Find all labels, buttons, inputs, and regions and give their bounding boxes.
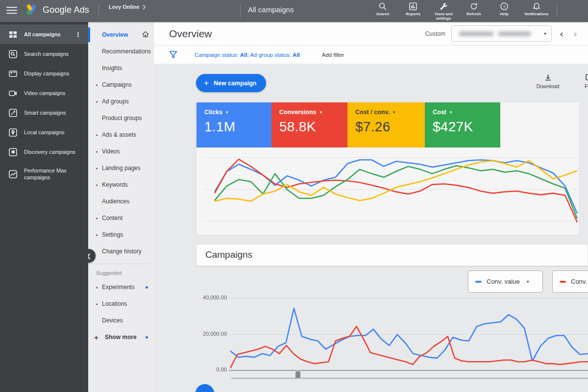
subnav-item-content[interactable]: ▸Content — [88, 210, 154, 226]
add-filter-button[interactable]: Add filter — [322, 52, 344, 58]
scorecard-value: 1.1M — [204, 119, 271, 135]
subnav-item-keywords[interactable]: ▸Keywords — [88, 176, 154, 193]
grid-icon — [9, 30, 17, 39]
subnav-item-devices[interactable]: Devices — [88, 312, 154, 329]
topbar-divider — [98, 4, 99, 18]
date-mode-label: Custom — [425, 30, 445, 37]
subnav-item-landing-pages[interactable]: ▸Landing pages — [88, 160, 154, 176]
campaigns-line-chart[interactable] — [230, 294, 588, 370]
help-icon: ? — [500, 2, 509, 11]
expand-arrow-icon[interactable]: ▸ — [96, 99, 98, 104]
campaigns-title: Campaigns — [205, 249, 252, 260]
account-selector[interactable]: Levy Online ❯ — [109, 4, 146, 10]
legend-metric-conv[interactable]: Conv. — [552, 270, 588, 293]
subnav-item-product-groups[interactable]: Product groups — [88, 110, 154, 126]
topbar-divider — [557, 4, 557, 18]
sidebar-item-local-campaigns[interactable]: Local campaigns — [0, 122, 88, 142]
subnav-item-campaigns[interactable]: ▸Campaigns — [88, 76, 154, 93]
blurred-date-text — [459, 31, 494, 36]
expand-arrow-icon[interactable]: ▸ — [96, 233, 98, 237]
refresh-icon — [469, 2, 478, 11]
refresh-button[interactable]: Refresh — [459, 2, 489, 16]
brand-name: Google Ads — [43, 5, 89, 15]
subnav-item-change-history[interactable]: Change history — [88, 243, 154, 260]
feedback-button[interactable]: Fee — [572, 74, 588, 89]
sidebar-item-smart-campaigns[interactable]: Smart campaigns — [0, 103, 88, 122]
discovery-icon: ✱ — [9, 148, 17, 156]
svg-text:?: ? — [503, 4, 505, 9]
subnav-item-insights[interactable]: Insights — [88, 60, 154, 76]
subnav-divider — [88, 264, 149, 264]
search-icon — [378, 2, 387, 11]
notifications-button[interactable]: Notifications — [519, 2, 554, 16]
y-axis-tick-40000: 40,000.00 — [188, 294, 227, 300]
svg-text:✱: ✱ — [11, 149, 15, 155]
next-period-button[interactable]: › — [571, 28, 579, 40]
page-subnav: Overview Recommendations Insights ▸Campa… — [88, 22, 154, 392]
sidebar-item-display-campaigns[interactable]: Display campaigns — [0, 64, 88, 83]
bell-icon — [532, 2, 541, 11]
expand-arrow-icon[interactable]: ▸ — [96, 216, 98, 220]
subnav-item-ad-groups[interactable]: ▸Ad groups — [88, 93, 154, 110]
expand-arrow-icon[interactable]: ▸ — [96, 149, 98, 154]
sidebar-item-video-campaigns[interactable]: Video campaigns — [0, 83, 88, 103]
scorecard-cost[interactable]: Cost▾ $427K — [425, 102, 500, 147]
search-box-icon — [9, 50, 17, 58]
chart-scrollbar-track[interactable] — [231, 378, 588, 379]
wrench-icon — [439, 2, 448, 11]
video-camera-icon — [9, 89, 17, 98]
subnav-item-locations[interactable]: ▸Locations — [88, 295, 154, 312]
plus-icon: + — [94, 333, 98, 342]
scorecard-value: $427K — [433, 119, 500, 135]
download-button[interactable]: Download — [531, 74, 565, 89]
kebab-menu-icon[interactable]: ⋮ — [73, 31, 83, 38]
dropdown-caret-icon: ▾ — [393, 110, 395, 115]
dropdown-caret-icon: ▾ — [544, 31, 546, 36]
subnav-item-audiences[interactable]: Audiences — [88, 193, 154, 210]
smart-icon — [9, 109, 17, 117]
subnav-item-videos[interactable]: ▸Videos — [88, 143, 154, 160]
help-fab-button[interactable] — [196, 384, 214, 392]
reports-button[interactable]: Reports — [398, 2, 428, 16]
sidebar-item-search-campaigns[interactable]: Search campaigns — [0, 44, 88, 64]
subnav-item-ads-assets[interactable]: ▸Ads & assets — [88, 126, 154, 143]
search-button[interactable]: Search — [368, 2, 398, 16]
new-feature-dot — [146, 286, 148, 289]
sidebar-item-all-campaigns[interactable]: All campaigns ⋮ — [0, 24, 88, 44]
download-icon — [544, 74, 552, 82]
topbar-actions: Search Reports Tools and settings Refres… — [368, 2, 554, 21]
previous-period-button[interactable]: ‹ — [558, 28, 565, 40]
overview-line-chart[interactable] — [215, 153, 577, 226]
overview-content: + New campaign Download Fee Clicks▾ 1.1M — [154, 64, 588, 392]
scorecard-conversions[interactable]: Conversions▾ 58.8K — [271, 102, 347, 147]
expand-arrow-icon[interactable]: ▸ — [96, 133, 98, 137]
expand-arrow-icon[interactable]: ▸ — [96, 83, 98, 87]
account-name: Levy Online — [109, 4, 139, 10]
help-button[interactable]: ? Help — [489, 2, 519, 16]
tools-settings-button[interactable]: Tools and settings — [428, 2, 459, 21]
expand-arrow-icon[interactable]: ▸ — [96, 166, 98, 171]
home-icon — [142, 31, 149, 39]
scorecard-value: 58.8K — [279, 119, 347, 135]
expand-arrow-icon[interactable]: ▸ — [96, 285, 98, 290]
subnav-item-overview[interactable]: Overview — [88, 26, 154, 43]
scorecard-clicks[interactable]: Clicks▾ 1.1M — [196, 102, 271, 147]
subnav-show-more[interactable]: +Show more — [88, 329, 154, 345]
scorecard-cost-per-conv[interactable]: Cost / conv.▾ $7.26 — [347, 102, 425, 147]
subnav-item-recommendations[interactable]: Recommendations — [88, 43, 154, 60]
sidebar-item-performance-max-campaigns[interactable]: Performance Max campaigns — [0, 162, 88, 186]
subnav-item-experiments[interactable]: ▸Experiments — [88, 279, 154, 295]
active-filters-summary[interactable]: Campaign status: All; Ad group status: A… — [195, 52, 300, 58]
subnav-item-settings[interactable]: ▸Settings — [88, 226, 154, 243]
menu-icon[interactable] — [6, 7, 17, 15]
expand-arrow-icon[interactable]: ▸ — [96, 302, 98, 306]
brand[interactable]: Google Ads — [25, 4, 89, 16]
blurred-date-text — [498, 31, 531, 36]
date-range-selector[interactable]: ▾ — [451, 25, 552, 42]
dropdown-caret-icon: ▾ — [527, 279, 529, 284]
sidebar-item-discovery-campaigns[interactable]: ✱ Discovery campaigns — [0, 142, 88, 162]
expand-arrow-icon[interactable]: ▸ — [96, 183, 98, 187]
new-campaign-button[interactable]: + New campaign — [196, 74, 266, 92]
legend-metric-conv-value[interactable]: Conv. value ▾ — [468, 270, 543, 293]
main-area: Overview Custom ▾ ‹ › Campaign status: A… — [154, 22, 588, 392]
